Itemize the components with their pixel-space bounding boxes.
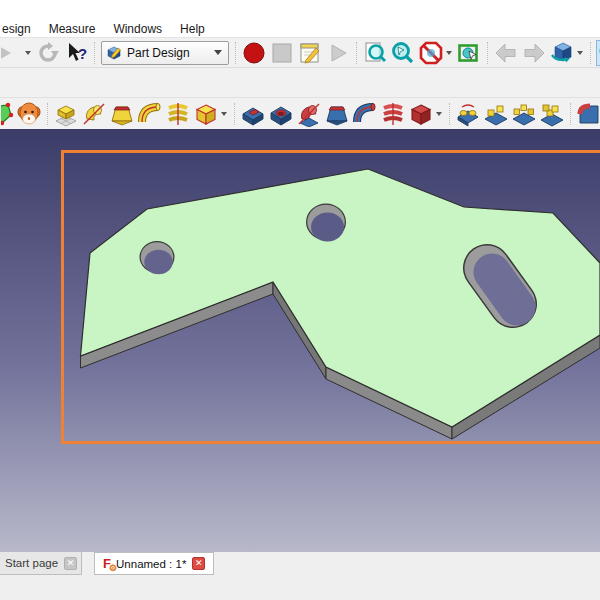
- additive-primitives-dropdown-arrow[interactable]: [221, 112, 227, 116]
- polar-pattern-icon: [511, 101, 537, 127]
- refresh-button[interactable]: [35, 40, 61, 66]
- toolbar-separator: [47, 103, 48, 125]
- toolbar-part-design: [0, 98, 600, 129]
- revolution-button[interactable]: [81, 101, 107, 127]
- pocket-button[interactable]: [240, 101, 266, 127]
- navigate-forward-icon: [521, 40, 547, 66]
- clone-button[interactable]: [16, 101, 42, 127]
- fit-selection-button[interactable]: [390, 40, 416, 66]
- toolbar-separator: [487, 42, 488, 64]
- toolbar-separator: [235, 42, 236, 64]
- refresh-icon: [36, 41, 60, 65]
- linear-pattern-button[interactable]: [483, 101, 509, 127]
- additive-helix-icon: [165, 101, 191, 127]
- whats-this-button[interactable]: ?: [63, 40, 89, 66]
- pocket-icon: [240, 101, 266, 127]
- axonometric-view-button[interactable]: [549, 40, 575, 66]
- workbench-dropdown-arrow[interactable]: [214, 50, 222, 55]
- document-tabs: Start page ✕ F⚙ Unnamed : 1* ✕: [0, 552, 600, 576]
- subtractive-primitives-button[interactable]: [408, 101, 434, 127]
- axonometric-view-icon: [549, 40, 575, 66]
- shape-binder-button[interactable]: [1, 101, 14, 127]
- tab-start-page[interactable]: Start page ✕: [0, 552, 82, 575]
- toolbar-separator: [234, 103, 235, 125]
- subtractive-helix-icon: [380, 101, 406, 127]
- tab-start-page-close-icon[interactable]: ✕: [64, 557, 77, 570]
- macro-stop-icon: [270, 41, 294, 65]
- navigate-forward-button[interactable]: [521, 40, 547, 66]
- draw-style-dropdown-arrow[interactable]: [446, 51, 452, 55]
- shape-binder-icon: [1, 101, 14, 127]
- menubar: esign Measure Windows Help: [0, 20, 600, 37]
- redo-dropdown-arrow[interactable]: [25, 51, 31, 55]
- fillet-icon: [576, 101, 600, 127]
- toolbar-separator: [590, 42, 591, 64]
- polar-pattern-button[interactable]: [511, 101, 537, 127]
- multitransform-icon: [539, 101, 565, 127]
- svg-text:?: ?: [78, 45, 87, 62]
- workbench-selector-value: Part Design: [122, 46, 214, 60]
- box-selection-button[interactable]: [456, 40, 482, 66]
- titlebar-space: [0, 0, 600, 20]
- workbench-icon: [106, 45, 122, 61]
- draw-style-button[interactable]: [418, 40, 444, 66]
- mirrored-icon: [455, 101, 481, 127]
- clone-icon: [16, 101, 42, 127]
- navigate-back-icon: [493, 40, 519, 66]
- macro-play-icon: [325, 40, 351, 66]
- tab-unnamed-document[interactable]: F⚙ Unnamed : 1* ✕: [94, 552, 214, 575]
- fit-all-button[interactable]: [362, 40, 388, 66]
- groove-icon: [296, 101, 322, 127]
- viewport-3d[interactable]: [0, 129, 600, 552]
- additive-primitives-button[interactable]: [193, 101, 219, 127]
- additive-helix-button[interactable]: [165, 101, 191, 127]
- draw-style-icon: [418, 40, 444, 66]
- macro-stop-button[interactable]: [269, 40, 295, 66]
- tabbar-area: Start page ✕ F⚙ Unnamed : 1* ✕: [0, 552, 600, 600]
- redo-icon: [1, 40, 23, 66]
- tab-unnamed-document-close-icon[interactable]: ✕: [192, 557, 205, 570]
- revolution-icon: [81, 101, 107, 127]
- subtractive-loft-button[interactable]: [324, 101, 350, 127]
- subtractive-loft-icon: [324, 101, 350, 127]
- sync-view-button[interactable]: [596, 40, 600, 66]
- subtractive-pipe-icon: [352, 101, 378, 127]
- subtractive-primitives-icon: [408, 101, 434, 127]
- additive-primitives-icon: [193, 101, 219, 127]
- hole-button[interactable]: [268, 101, 294, 127]
- macro-edit-icon: [297, 40, 323, 66]
- menu-measure[interactable]: Measure: [40, 22, 105, 36]
- subtractive-primitives-dropdown-arrow[interactable]: [436, 112, 442, 116]
- menu-help[interactable]: Help: [171, 22, 214, 36]
- subtractive-pipe-button[interactable]: [352, 101, 378, 127]
- subtractive-helix-button[interactable]: [380, 101, 406, 127]
- toolbar-separator: [449, 103, 450, 125]
- freecad-logo-icon: F⚙: [103, 556, 111, 571]
- multitransform-button[interactable]: [539, 101, 565, 127]
- mirrored-button[interactable]: [455, 101, 481, 127]
- additive-loft-button[interactable]: [109, 101, 135, 127]
- pad-button[interactable]: [53, 101, 79, 127]
- linear-pattern-icon: [483, 101, 509, 127]
- fit-selection-icon: [390, 40, 416, 66]
- menu-design[interactable]: esign: [2, 22, 40, 36]
- groove-button[interactable]: [296, 101, 322, 127]
- additive-pipe-button[interactable]: [137, 101, 163, 127]
- redo-button[interactable]: [1, 40, 23, 66]
- additive-loft-icon: [109, 101, 135, 127]
- toolbar-separator: [94, 42, 95, 64]
- macro-edit-button[interactable]: [297, 40, 323, 66]
- tab-start-page-label: Start page: [5, 557, 58, 569]
- macro-record-icon: [242, 41, 266, 65]
- workbench-selector[interactable]: Part Design: [101, 41, 229, 65]
- macro-play-button[interactable]: [325, 40, 351, 66]
- navigate-back-button[interactable]: [493, 40, 519, 66]
- whats-this-icon: ?: [63, 40, 89, 66]
- fillet-button[interactable]: [576, 101, 600, 127]
- axonometric-dropdown-arrow[interactable]: [577, 51, 583, 55]
- menu-windows[interactable]: Windows: [104, 22, 171, 36]
- macro-record-button[interactable]: [241, 40, 267, 66]
- tab-unnamed-document-label: Unnamed : 1*: [116, 558, 186, 570]
- toolbar-separator: [356, 42, 357, 64]
- box-selection-icon: [456, 40, 482, 66]
